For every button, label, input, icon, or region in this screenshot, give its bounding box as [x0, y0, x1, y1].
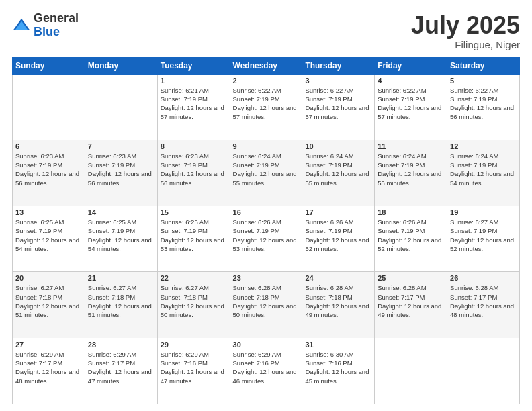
day-info-27: Sunrise: 6:29 AM Sunset: 7:17 PM Dayligh… [15, 350, 82, 385]
cell-0-0 [13, 74, 85, 140]
cell-2-6: 19Sunrise: 6:27 AM Sunset: 7:19 PM Dayli… [447, 206, 520, 272]
day-info-19: Sunrise: 6:27 AM Sunset: 7:19 PM Dayligh… [450, 218, 517, 253]
cell-1-4: 10Sunrise: 6:24 AM Sunset: 7:19 PM Dayli… [302, 140, 375, 205]
cell-1-5: 11Sunrise: 6:24 AM Sunset: 7:19 PM Dayli… [375, 140, 447, 205]
cell-0-2: 1Sunrise: 6:21 AM Sunset: 7:19 PM Daylig… [157, 74, 230, 140]
day-number-1: 1 [161, 77, 227, 85]
day-info-3: Sunrise: 6:22 AM Sunset: 7:19 PM Dayligh… [305, 86, 371, 122]
day-number-21: 21 [88, 274, 154, 282]
cell-2-3: 16Sunrise: 6:26 AM Sunset: 7:19 PM Dayli… [230, 206, 302, 272]
cell-3-4: 24Sunrise: 6:28 AM Sunset: 7:18 PM Dayli… [302, 272, 375, 338]
day-info-21: Sunrise: 6:27 AM Sunset: 7:18 PM Dayligh… [88, 283, 154, 319]
cell-1-1: 7Sunrise: 6:23 AM Sunset: 7:19 PM Daylig… [85, 140, 157, 205]
day-number-12: 12 [450, 142, 517, 150]
day-info-4: Sunrise: 6:22 AM Sunset: 7:19 PM Dayligh… [378, 86, 444, 122]
cell-0-5: 4Sunrise: 6:22 AM Sunset: 7:19 PM Daylig… [375, 74, 447, 140]
day-number-4: 4 [378, 77, 444, 85]
logo-icon [12, 16, 31, 35]
cell-4-1: 28Sunrise: 6:29 AM Sunset: 7:17 PM Dayli… [85, 338, 157, 404]
day-info-16: Sunrise: 6:26 AM Sunset: 7:19 PM Dayligh… [233, 218, 300, 253]
day-info-17: Sunrise: 6:26 AM Sunset: 7:19 PM Dayligh… [305, 218, 371, 253]
header-thursday: Thursday [302, 57, 375, 74]
day-info-30: Sunrise: 6:29 AM Sunset: 7:16 PM Dayligh… [233, 350, 300, 385]
day-number-19: 19 [450, 208, 517, 216]
cell-2-5: 18Sunrise: 6:26 AM Sunset: 7:19 PM Dayli… [375, 206, 447, 272]
cell-2-1: 14Sunrise: 6:25 AM Sunset: 7:19 PM Dayli… [85, 206, 157, 272]
page: General Blue July 2025 Filingue, Niger S… [0, 0, 532, 411]
cell-0-1 [85, 74, 157, 140]
header-wednesday: Wednesday [230, 57, 302, 74]
cell-1-3: 9Sunrise: 6:24 AM Sunset: 7:19 PM Daylig… [230, 140, 302, 205]
cell-4-6 [447, 338, 520, 404]
day-number-25: 25 [378, 274, 444, 282]
day-number-7: 7 [88, 142, 154, 150]
day-number-14: 14 [88, 208, 154, 216]
day-info-2: Sunrise: 6:22 AM Sunset: 7:19 PM Dayligh… [233, 86, 300, 122]
logo: General Blue [12, 12, 79, 39]
cell-1-0: 6Sunrise: 6:23 AM Sunset: 7:19 PM Daylig… [13, 140, 85, 205]
header-friday: Friday [375, 57, 447, 74]
cell-3-6: 26Sunrise: 6:28 AM Sunset: 7:17 PM Dayli… [447, 272, 520, 338]
day-info-22: Sunrise: 6:27 AM Sunset: 7:18 PM Dayligh… [161, 283, 227, 319]
cell-3-2: 22Sunrise: 6:27 AM Sunset: 7:18 PM Dayli… [157, 272, 230, 338]
day-info-29: Sunrise: 6:29 AM Sunset: 7:16 PM Dayligh… [161, 350, 227, 385]
title-block: July 2025 Filingue, Niger [411, 12, 520, 50]
day-number-31: 31 [305, 340, 371, 349]
cell-2-4: 17Sunrise: 6:26 AM Sunset: 7:19 PM Dayli… [302, 206, 375, 272]
cell-4-0: 27Sunrise: 6:29 AM Sunset: 7:17 PM Dayli… [13, 338, 85, 404]
cell-3-3: 23Sunrise: 6:28 AM Sunset: 7:18 PM Dayli… [230, 272, 302, 338]
day-info-15: Sunrise: 6:25 AM Sunset: 7:19 PM Dayligh… [161, 218, 227, 253]
day-number-15: 15 [161, 208, 227, 216]
cell-4-3: 30Sunrise: 6:29 AM Sunset: 7:16 PM Dayli… [230, 338, 302, 404]
logo-text: General Blue [34, 12, 79, 39]
day-number-29: 29 [161, 340, 227, 349]
day-number-27: 27 [15, 340, 82, 349]
calendar-location: Filingue, Niger [411, 39, 520, 50]
header-monday: Monday [85, 57, 157, 74]
week-row-2: 13Sunrise: 6:25 AM Sunset: 7:19 PM Dayli… [13, 206, 520, 272]
day-info-26: Sunrise: 6:28 AM Sunset: 7:17 PM Dayligh… [450, 283, 517, 319]
cell-2-0: 13Sunrise: 6:25 AM Sunset: 7:19 PM Dayli… [13, 206, 85, 272]
week-row-4: 27Sunrise: 6:29 AM Sunset: 7:17 PM Dayli… [13, 338, 520, 404]
day-info-11: Sunrise: 6:24 AM Sunset: 7:19 PM Dayligh… [378, 152, 444, 187]
cell-4-5 [375, 338, 447, 404]
day-number-6: 6 [15, 142, 82, 150]
weekday-header-row: Sunday Monday Tuesday Wednesday Thursday… [13, 57, 520, 74]
day-info-24: Sunrise: 6:28 AM Sunset: 7:18 PM Dayligh… [305, 283, 371, 319]
day-number-5: 5 [450, 77, 517, 85]
day-info-31: Sunrise: 6:30 AM Sunset: 7:16 PM Dayligh… [305, 350, 371, 385]
header: General Blue July 2025 Filingue, Niger [12, 12, 520, 50]
day-number-20: 20 [15, 274, 82, 282]
calendar-title: July 2025 [411, 12, 520, 39]
day-info-9: Sunrise: 6:24 AM Sunset: 7:19 PM Dayligh… [233, 152, 300, 187]
day-info-14: Sunrise: 6:25 AM Sunset: 7:19 PM Dayligh… [88, 218, 154, 253]
day-info-8: Sunrise: 6:23 AM Sunset: 7:19 PM Dayligh… [161, 152, 227, 187]
day-info-12: Sunrise: 6:24 AM Sunset: 7:19 PM Dayligh… [450, 152, 517, 187]
day-info-1: Sunrise: 6:21 AM Sunset: 7:19 PM Dayligh… [161, 86, 227, 122]
day-number-26: 26 [450, 274, 517, 282]
day-info-13: Sunrise: 6:25 AM Sunset: 7:19 PM Dayligh… [15, 218, 82, 253]
cell-1-6: 12Sunrise: 6:24 AM Sunset: 7:19 PM Dayli… [447, 140, 520, 205]
day-number-10: 10 [305, 142, 371, 150]
day-number-24: 24 [305, 274, 371, 282]
day-number-30: 30 [233, 340, 300, 349]
day-info-10: Sunrise: 6:24 AM Sunset: 7:19 PM Dayligh… [305, 152, 371, 187]
logo-blue-text: Blue [34, 26, 79, 39]
logo-general-text: General [34, 12, 79, 26]
day-info-28: Sunrise: 6:29 AM Sunset: 7:17 PM Dayligh… [88, 350, 154, 385]
cell-2-2: 15Sunrise: 6:25 AM Sunset: 7:19 PM Dayli… [157, 206, 230, 272]
day-info-5: Sunrise: 6:22 AM Sunset: 7:19 PM Dayligh… [450, 86, 517, 122]
day-info-7: Sunrise: 6:23 AM Sunset: 7:19 PM Dayligh… [88, 152, 154, 187]
day-info-25: Sunrise: 6:28 AM Sunset: 7:17 PM Dayligh… [378, 283, 444, 319]
day-info-20: Sunrise: 6:27 AM Sunset: 7:18 PM Dayligh… [15, 283, 82, 319]
day-number-8: 8 [161, 142, 227, 150]
cell-0-6: 5Sunrise: 6:22 AM Sunset: 7:19 PM Daylig… [447, 74, 520, 140]
day-number-16: 16 [233, 208, 300, 216]
cell-0-4: 3Sunrise: 6:22 AM Sunset: 7:19 PM Daylig… [302, 74, 375, 140]
day-number-18: 18 [378, 208, 444, 216]
day-number-3: 3 [305, 77, 371, 85]
header-saturday: Saturday [447, 57, 520, 74]
cell-3-5: 25Sunrise: 6:28 AM Sunset: 7:17 PM Dayli… [375, 272, 447, 338]
day-number-28: 28 [88, 340, 154, 349]
day-number-2: 2 [233, 77, 300, 85]
